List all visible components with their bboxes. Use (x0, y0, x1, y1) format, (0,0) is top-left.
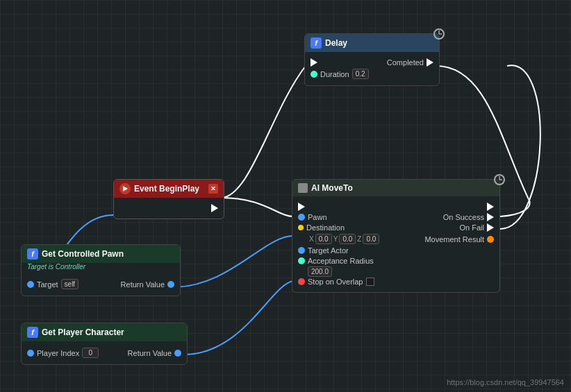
getpawn-target-label: Target (37, 280, 58, 289)
delay-header: f Delay (305, 34, 439, 52)
stoponoverlap-checkbox[interactable] (366, 278, 374, 286)
exec-out-pin (211, 204, 218, 212)
getplayer-return-circle (174, 350, 181, 357)
get-player-character-body: Player Index 0 Return Value (22, 341, 187, 364)
delay-duration-row: Duration 0.2 (311, 69, 433, 79)
delay-completed-pin: Completed (387, 58, 433, 67)
delay-duration-value[interactable]: 0.2 (352, 69, 369, 79)
delay-completed-label: Completed (387, 58, 424, 67)
exec-out-triangle (211, 204, 218, 212)
x-label: X (309, 235, 314, 243)
aimoveto-acceptanceradius-row: Acceptance Radius (298, 257, 494, 265)
delay-node: f Delay Completed Duration 0.2 (304, 33, 440, 86)
aimoveto-destination-pin: Destination (298, 223, 345, 232)
aimoveto-stoponoverlap-label: Stop on Overlap (308, 278, 363, 286)
get-player-character-header: f Get Player Character (22, 323, 187, 341)
pawn-pin-circle (298, 214, 305, 221)
aimoveto-header: AI MoveTo (292, 180, 499, 196)
aimoveto-targetactor-pin: Target Actor (298, 246, 349, 255)
getplayer-index-row: Player Index 0 Return Value (27, 348, 181, 358)
xyz-inputs: X 0.0 Y 0.0 Z 0.0 (309, 234, 379, 244)
delay-exec-in (311, 58, 317, 67)
exec-out-triangle (427, 58, 433, 67)
y-value[interactable]: 0.0 (339, 234, 356, 244)
event-beginplay-header: Event BeginPlay ✕ (114, 180, 224, 198)
duration-pin-circle (311, 71, 317, 78)
exec-in-triangle (298, 203, 305, 211)
acceptance-radius-value[interactable]: 200.0 (308, 266, 332, 277)
delay-duration-label: Duration (320, 70, 349, 78)
get-controlled-pawn-node: f Get Controlled Pawn Target is Controll… (21, 244, 181, 296)
onsuccess-exec-triangle (487, 213, 494, 221)
z-value[interactable]: 0.0 (363, 234, 379, 244)
getpawn-target-pin: Target self (27, 279, 78, 289)
getplayer-index-pin: Player Index 0 (27, 348, 99, 358)
aimoveto-acceptanceradius-pin: Acceptance Radius (298, 257, 374, 265)
aimoveto-movementresult-pin: Movement Result (424, 235, 494, 244)
aimoveto-icon (298, 183, 308, 193)
aimoveto-node: AI MoveTo Pawn On Success (292, 179, 500, 293)
getpawn-target-row: Target self Return Value (27, 279, 174, 289)
targetactor-pin-circle (298, 247, 305, 254)
aimoveto-pawn-row: Pawn On Success (298, 213, 494, 221)
getpawn-func-icon: f (27, 248, 38, 259)
get-controlled-pawn-header: f Get Controlled Pawn (22, 245, 180, 263)
acceptanceradius-pin-circle (298, 257, 305, 264)
y-label: Y (333, 235, 338, 243)
aimoveto-movementresult-label: Movement Result (424, 235, 484, 244)
aimoveto-exec-in (298, 203, 305, 211)
watermark-text: https://blog.csdn.net/qq_39947564 (447, 378, 564, 386)
getplayer-index-value[interactable]: 0 (82, 348, 99, 358)
stoponoverlap-pin-circle (298, 278, 305, 285)
getplayer-return-label: Return Value (128, 349, 172, 357)
getpawn-target-value[interactable]: self (61, 279, 79, 289)
event-icon (119, 183, 131, 194)
destination-pin-circle (298, 225, 304, 230)
exec-out-triangle (487, 203, 494, 211)
aimoveto-title: AI MoveTo (311, 183, 353, 193)
aimoveto-stoponoverlap-row: Stop on Overlap (298, 278, 494, 286)
aimoveto-onfail-label: On Fail (460, 223, 484, 232)
get-controlled-pawn-body: Target self Return Value (22, 273, 180, 296)
aimoveto-targetactor-label: Target Actor (308, 246, 349, 255)
watermark: https://blog.csdn.net/qq_39947564 (447, 378, 564, 386)
aimoveto-pawn-pin: Pawn (298, 213, 327, 221)
event-close-button[interactable]: ✕ (208, 184, 218, 194)
aimoveto-pawn-label: Pawn (308, 213, 327, 221)
delay-exec-row: Completed (311, 58, 433, 67)
delay-func-icon: f (311, 37, 322, 49)
getpawn-return-circle (167, 281, 174, 288)
getpawn-return-label: Return Value (121, 280, 165, 289)
aimoveto-clock-icon (493, 173, 506, 189)
z-label: Z (357, 235, 361, 243)
delay-clock-icon (433, 28, 445, 43)
aimoveto-xyz-row: X 0.0 Y 0.0 Z 0.0 Movement Result (308, 234, 494, 244)
movementresult-pin-circle (487, 236, 494, 243)
getplayer-return-pin: Return Value (128, 349, 181, 357)
aimoveto-body: Pawn On Success Destination On Fail X 0.… (292, 196, 499, 292)
getplayer-func-icon: f (27, 327, 38, 338)
x-value[interactable]: 0.0 (315, 234, 332, 244)
get-controlled-pawn-title: Get Controlled Pawn (42, 249, 124, 259)
getpawn-return-pin: Return Value (121, 280, 174, 289)
event-beginplay-title: Event BeginPlay (134, 184, 199, 194)
svg-marker-0 (123, 186, 128, 191)
event-beginplay-node: Event BeginPlay ✕ (113, 179, 224, 219)
aimoveto-onsuccess-pin: On Success (443, 213, 494, 221)
delay-body: Completed Duration 0.2 (305, 52, 439, 85)
aimoveto-acceptanceradius-label: Acceptance Radius (308, 257, 374, 265)
event-beginplay-body (114, 198, 224, 219)
aimoveto-stoponoverlap-pin: Stop on Overlap (298, 278, 374, 286)
aimoveto-exec-out (487, 203, 494, 211)
aimoveto-acceptanceradius-value-row: 200.0 (308, 267, 494, 275)
aimoveto-exec-row (298, 203, 494, 211)
getplayer-index-label: Player Index (37, 349, 79, 357)
get-player-character-node: f Get Player Character Player Index 0 Re… (21, 323, 188, 365)
get-player-character-title: Get Player Character (42, 327, 124, 337)
getplayer-index-circle (27, 350, 34, 357)
onfail-exec-triangle (487, 223, 494, 232)
aimoveto-destination-label: Destination (306, 223, 345, 232)
aimoveto-onfail-pin: On Fail (460, 223, 494, 232)
aimoveto-onsuccess-label: On Success (443, 213, 484, 221)
delay-duration-pin: Duration 0.2 (311, 69, 369, 79)
